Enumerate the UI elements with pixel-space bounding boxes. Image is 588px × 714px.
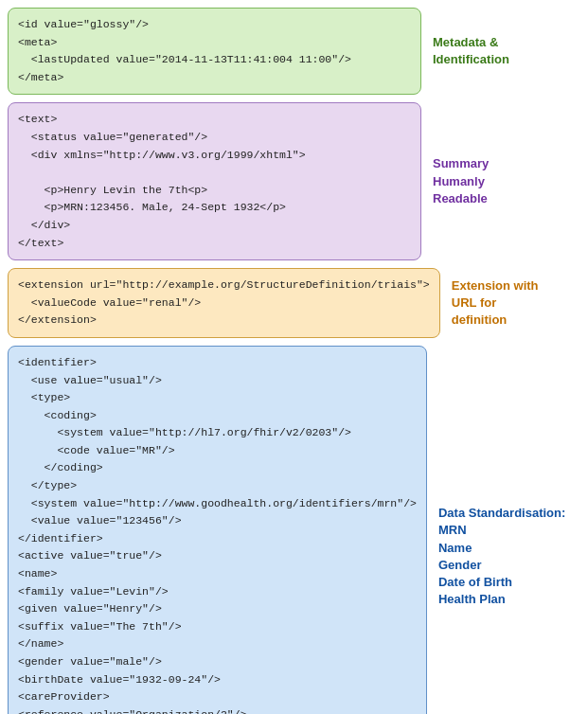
label-text-metadata: Metadata & Identification [433, 34, 509, 68]
code-box-data: <identifier> <use value="usual"/> <type>… [8, 346, 427, 714]
label-col-data: Data Standardisation: MRN Name Gender Da… [435, 346, 580, 714]
label-text-extension: Extension with URL for definition [452, 277, 539, 330]
code-text-extension: <extension url="http://example.org/Struc… [18, 278, 430, 326]
code-text-metadata: <id value="glossy"/> <meta> <lastUpdated… [18, 18, 351, 83]
section-row-data: <identifier> <use value="usual"/> <type>… [8, 346, 580, 714]
code-text-summary: <text> <status value="generated"/> <div … [18, 113, 306, 248]
code-box-metadata: <id value="glossy"/> <meta> <lastUpdated… [8, 8, 421, 95]
section-row-summary: <text> <status value="generated"/> <div … [8, 102, 580, 260]
code-box-summary: <text> <status value="generated"/> <div … [8, 102, 421, 260]
label-col-summary: Summary Humanly Readable [429, 102, 580, 260]
code-text-data: <identifier> <use value="usual"/> <type>… [18, 356, 417, 714]
code-box-extension: <extension url="http://example.org/Struc… [8, 268, 440, 338]
label-text-summary: Summary Humanly Readable [433, 155, 489, 207]
section-row-extension: <extension url="http://example.org/Struc… [8, 268, 580, 338]
label-col-extension: Extension with URL for definition [448, 268, 580, 338]
label-text-data: Data Standardisation: MRN Name Gender Da… [438, 505, 565, 608]
main-layout: <id value="glossy"/> <meta> <lastUpdated… [8, 8, 580, 714]
label-col-metadata: Metadata & Identification [429, 8, 580, 95]
section-row-metadata: <id value="glossy"/> <meta> <lastUpdated… [8, 8, 580, 95]
